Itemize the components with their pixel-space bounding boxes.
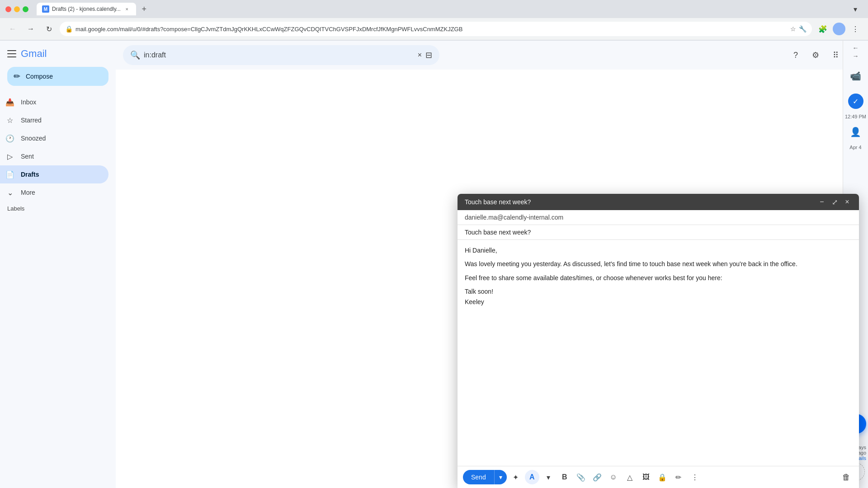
compose-pencil-icon: ✏ bbox=[14, 71, 20, 81]
bold-button[interactable]: B bbox=[557, 470, 572, 484]
formatting-button[interactable]: ✦ bbox=[509, 470, 523, 484]
minimize-traffic-light[interactable] bbox=[14, 6, 20, 12]
compose-minimize-button[interactable]: − bbox=[817, 197, 826, 206]
photo-button[interactable]: 🖼 bbox=[639, 470, 653, 484]
compose-toolbar: Send ▾ ✦ A ▾ B 📎 🔗 ☺ △ 🖼 🔒 ✏ ⋮ 🗑 bbox=[458, 466, 859, 488]
chrome-menu-button[interactable]: ⋮ bbox=[848, 22, 863, 36]
compose-button[interactable]: ✏ Compose bbox=[7, 67, 108, 86]
sent-label: Sent bbox=[21, 153, 101, 160]
extension-icon[interactable]: 🔧 bbox=[799, 25, 807, 33]
gmail-header: 🔍 × ⊟ ? ⚙ ⠿ bbox=[116, 41, 868, 70]
search-icon: 🔍 bbox=[130, 50, 140, 60]
browser-nav: ← → ↻ 🔒 mail.google.com/mail/u/0/#drafts… bbox=[0, 18, 868, 40]
sidebar-item-more[interactable]: ⌄ More bbox=[0, 183, 108, 202]
compose-body-para1: Was lovely meeting you yesterday. As dis… bbox=[465, 259, 852, 269]
compose-label: Compose bbox=[26, 73, 53, 80]
sent-icon: ▷ bbox=[5, 152, 14, 161]
reload-button[interactable]: ↻ bbox=[42, 22, 56, 36]
gmail-logo: Gmail bbox=[21, 48, 47, 60]
drafts-icon: 📄 bbox=[5, 170, 14, 179]
drive-button[interactable]: △ bbox=[623, 470, 637, 484]
browser-chrome: M Drafts (2) - kjones.calendly... × + ▾ … bbox=[0, 0, 868, 41]
sidebar-item-snoozed[interactable]: 🕐 Snoozed bbox=[0, 129, 108, 147]
lock-button[interactable]: 🔒 bbox=[655, 470, 670, 484]
signature-button[interactable]: ✏ bbox=[671, 470, 686, 484]
sidebar-item-starred[interactable]: ☆ Starred bbox=[0, 111, 108, 129]
browser-dropdown-button[interactable]: ▾ bbox=[848, 2, 863, 16]
compose-maximize-button[interactable]: ⤢ bbox=[830, 197, 839, 206]
fullscreen-traffic-light[interactable] bbox=[23, 6, 28, 12]
settings-button[interactable]: ⚙ bbox=[807, 46, 825, 64]
send-button-group: Send ▾ bbox=[463, 470, 507, 484]
sidebar-item-drafts[interactable]: 📄 Drafts bbox=[0, 165, 108, 183]
compose-body[interactable]: Hi Danielle, Was lovely meeting you yest… bbox=[458, 240, 859, 466]
compose-body-closing: Talk soon!Keeley bbox=[465, 286, 852, 307]
compose-to-row[interactable]: danielle.ma@calendly-internal.com bbox=[458, 210, 859, 225]
gmail-main: 🔍 × ⊟ ? ⚙ ⠿ Touch base next week? − ⤢ × bbox=[116, 41, 868, 488]
bookmark-icon[interactable]: ☆ bbox=[790, 25, 796, 33]
address-bar[interactable]: 🔒 mail.google.com/mail/u/0/#drafts?compo… bbox=[60, 22, 812, 36]
close-traffic-light[interactable] bbox=[5, 6, 11, 12]
font-color-button[interactable]: A bbox=[525, 470, 539, 484]
compose-header-actions: − ⤢ × bbox=[817, 197, 852, 206]
send-button[interactable]: Send bbox=[463, 470, 494, 484]
apps-button[interactable]: ⠿ bbox=[826, 46, 844, 64]
new-tab-button[interactable]: + bbox=[138, 3, 151, 15]
search-clear-icon[interactable]: × bbox=[418, 51, 422, 59]
link-button[interactable]: 🔗 bbox=[590, 470, 604, 484]
back-button[interactable]: ← bbox=[5, 22, 20, 36]
more-chevron-icon: ⌄ bbox=[5, 188, 14, 197]
more-options-button[interactable]: ⋮ bbox=[688, 470, 702, 484]
gmail-sidebar: Gmail ✏ Compose 📥 Inbox ☆ Starred 🕐 Snoo… bbox=[0, 41, 116, 488]
font-color-dropdown[interactable]: ▾ bbox=[541, 470, 556, 484]
compose-subject-row[interactable]: Touch base next week? bbox=[458, 225, 859, 240]
hamburger-menu-icon[interactable] bbox=[7, 50, 16, 57]
labels-heading: Labels bbox=[7, 205, 24, 212]
tab-close-button[interactable]: × bbox=[123, 5, 131, 13]
browser-titlebar: M Drafts (2) - kjones.calendly... × + ▾ bbox=[0, 0, 868, 18]
sidebar-top: Gmail bbox=[0, 44, 116, 63]
compose-modal-title: Touch base next week? bbox=[465, 198, 531, 206]
compose-body-greeting: Hi Danielle, bbox=[465, 245, 852, 255]
search-box[interactable]: 🔍 × ⊟ bbox=[123, 45, 439, 65]
forward-button[interactable]: → bbox=[24, 22, 38, 36]
extensions-button[interactable]: 🧩 bbox=[816, 22, 830, 36]
send-label: Send bbox=[471, 474, 486, 481]
browser-tabs: M Drafts (2) - kjones.calendly... × + bbox=[37, 3, 844, 15]
compose-body-para2: Feel free to share some available dates/… bbox=[465, 273, 852, 283]
more-label: More bbox=[21, 189, 101, 196]
compose-to-address: danielle.ma@calendly-internal.com bbox=[465, 214, 563, 221]
tasks-time-text: 12:49 PM bbox=[845, 114, 866, 119]
emoji-button[interactable]: ☺ bbox=[606, 470, 621, 484]
browser-actions: 🧩 ⋮ bbox=[816, 22, 863, 36]
meet-panel-button[interactable]: 📹 bbox=[847, 67, 865, 85]
delete-draft-button[interactable]: 🗑 bbox=[839, 470, 854, 484]
snoozed-icon: 🕐 bbox=[5, 134, 14, 143]
tasks-icon: ✓ bbox=[848, 94, 863, 109]
tab-title: Drafts (2) - kjones.calendly... bbox=[52, 6, 121, 12]
compose-modal: Touch base next week? − ⤢ × danielle.ma@… bbox=[458, 194, 859, 488]
search-input[interactable] bbox=[144, 51, 414, 59]
tasks-timestamp: 12:49 PM bbox=[845, 114, 866, 119]
compose-close-button[interactable]: × bbox=[843, 197, 852, 206]
active-browser-tab[interactable]: M Drafts (2) - kjones.calendly... × bbox=[37, 3, 136, 15]
gmail-logo-text: Gmail bbox=[21, 48, 47, 60]
compose-modal-header[interactable]: Touch base next week? − ⤢ × bbox=[458, 194, 859, 210]
send-dropdown-button[interactable]: ▾ bbox=[494, 470, 507, 484]
attach-button[interactable]: 📎 bbox=[574, 470, 588, 484]
help-button[interactable]: ? bbox=[787, 46, 805, 64]
panel-nav-next[interactable]: → bbox=[853, 52, 859, 60]
inbox-label: Inbox bbox=[21, 99, 101, 106]
profile-button-chrome[interactable] bbox=[832, 22, 846, 36]
contacts-panel-button[interactable]: 👤 bbox=[847, 123, 865, 141]
starred-icon: ☆ bbox=[5, 116, 14, 125]
tasks-panel-button[interactable]: ✓ bbox=[847, 92, 865, 110]
panel-nav-prev[interactable]: ← bbox=[853, 44, 859, 52]
tab-favicon: M bbox=[42, 5, 49, 13]
sidebar-item-sent[interactable]: ▷ Sent bbox=[0, 147, 108, 165]
compose-subject-text: Touch base next week? bbox=[465, 229, 531, 236]
snoozed-label: Snoozed bbox=[21, 135, 101, 142]
search-filter-icon[interactable]: ⊟ bbox=[425, 50, 432, 60]
sidebar-item-inbox[interactable]: 📥 Inbox bbox=[0, 93, 108, 111]
contacts-date: Apr 4 bbox=[849, 145, 861, 150]
